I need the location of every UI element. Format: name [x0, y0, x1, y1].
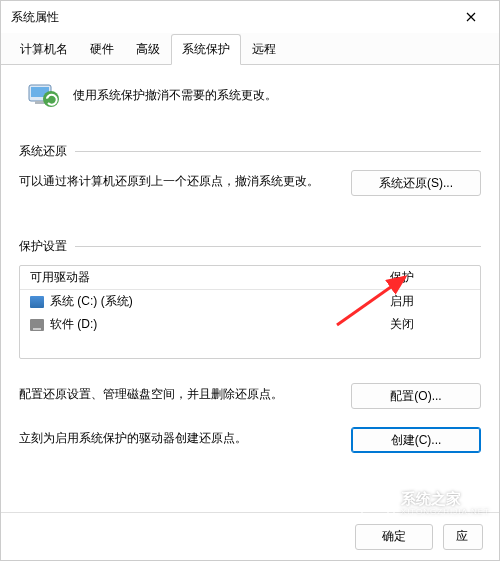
tab-system-protection[interactable]: 系统保护	[171, 34, 241, 65]
create-description: 立刻为启用系统保护的驱动器创建还原点。	[19, 427, 335, 448]
configure-button[interactable]: 配置(O)...	[351, 383, 481, 409]
restore-row: 可以通过将计算机还原到上一个还原点，撤消系统更改。 系统还原(S)...	[19, 170, 481, 196]
divider	[75, 246, 481, 247]
drive-table: 可用驱动器 保护 系统 (C:) (系统) 启用 软件 (D:) 关闭	[19, 265, 481, 359]
titlebar: 系统属性	[1, 1, 499, 33]
drive-table-header: 可用驱动器 保护	[20, 266, 480, 290]
create-button[interactable]: 创建(C)...	[351, 427, 481, 453]
tab-content: 使用系统保护撤消不需要的系统更改。 系统还原 可以通过将计算机还原到上一个还原点…	[1, 65, 499, 512]
drive-status: 关闭	[390, 316, 470, 333]
section-restore-label: 系统还原	[19, 143, 67, 160]
ok-button[interactable]: 确定	[355, 524, 433, 550]
create-row: 立刻为启用系统保护的驱动器创建还原点。 创建(C)...	[19, 427, 481, 453]
close-button[interactable]	[451, 3, 491, 31]
tab-computer-name[interactable]: 计算机名	[9, 34, 79, 65]
tab-advanced[interactable]: 高级	[125, 34, 171, 65]
configure-row: 配置还原设置、管理磁盘空间，并且删除还原点。 配置(O)...	[19, 383, 481, 409]
col-drive-header: 可用驱动器	[30, 269, 390, 286]
drive-system-icon	[30, 296, 44, 308]
window-title: 系统属性	[11, 9, 59, 26]
configure-description: 配置还原设置、管理磁盘空间，并且删除还原点。	[19, 383, 335, 404]
section-restore-header: 系统还原	[19, 143, 481, 160]
system-restore-button[interactable]: 系统还原(S)...	[351, 170, 481, 196]
dialog-footer: 确定 应	[1, 512, 499, 560]
drive-name: 软件 (D:)	[50, 316, 97, 333]
intro-text: 使用系统保护撤消不需要的系统更改。	[73, 87, 277, 104]
close-icon	[466, 9, 476, 25]
tab-bar: 计算机名 硬件 高级 系统保护 远程	[1, 33, 499, 65]
tab-remote[interactable]: 远程	[241, 34, 287, 65]
restore-description: 可以通过将计算机还原到上一个还原点，撤消系统更改。	[19, 170, 335, 191]
drive-status: 启用	[390, 293, 470, 310]
cancel-button[interactable]: 应	[443, 524, 483, 550]
drive-name: 系统 (C:) (系统)	[50, 293, 133, 310]
section-protection-label: 保护设置	[19, 238, 67, 255]
section-protection-header: 保护设置	[19, 238, 481, 255]
system-properties-window: 系统属性 计算机名 硬件 高级 系统保护 远程	[0, 0, 500, 561]
drive-row-d[interactable]: 软件 (D:) 关闭	[20, 313, 480, 336]
intro-row: 使用系统保护撤消不需要的系统更改。	[19, 77, 481, 113]
drive-row-c[interactable]: 系统 (C:) (系统) 启用	[20, 290, 480, 313]
divider	[75, 151, 481, 152]
tab-hardware[interactable]: 硬件	[79, 34, 125, 65]
drive-hdd-icon	[30, 319, 44, 331]
system-protection-icon	[25, 77, 61, 113]
col-status-header: 保护	[390, 269, 470, 286]
